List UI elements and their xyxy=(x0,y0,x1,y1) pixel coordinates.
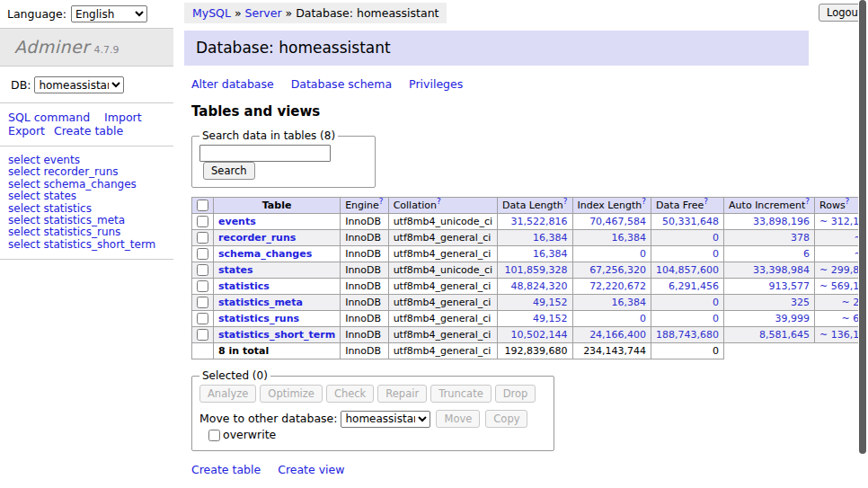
alter-database-link[interactable]: Alter database xyxy=(191,77,274,91)
sidebar-select-link[interactable]: select statistics_meta xyxy=(8,215,173,226)
help-icon[interactable]: ? xyxy=(437,197,441,206)
row-checkbox[interactable] xyxy=(197,297,208,308)
collation-cell: utf8mb4_general_ci xyxy=(388,295,497,311)
database-schema-link[interactable]: Database schema xyxy=(291,77,392,91)
app-version-link[interactable]: 4.7.9 xyxy=(94,44,120,56)
scrollbar[interactable] xyxy=(858,0,868,488)
table-row: statisticsInnoDButf8mb4_general_ci48,824… xyxy=(192,279,868,295)
sidebar-select-link[interactable]: select statistics_short_term xyxy=(8,239,173,251)
db-select[interactable]: homeassistant xyxy=(34,76,124,93)
page-title: Database: homeassistant xyxy=(184,31,809,66)
auto-increment-cell: 378 xyxy=(724,230,815,246)
search-fieldset: Search data in tables (8) Search xyxy=(191,129,376,188)
privileges-link[interactable]: Privileges xyxy=(409,77,463,91)
auto-increment-cell: 33,398,984 xyxy=(724,262,815,279)
auto-increment-cell: 39,999 xyxy=(724,311,815,327)
total-data-free-cell: 0 xyxy=(651,343,724,359)
row-checkbox[interactable] xyxy=(197,248,208,260)
row-checkbox[interactable] xyxy=(197,232,208,244)
sidebar-select-link[interactable]: select recorder_runs xyxy=(8,166,173,178)
bulk-truncate-button[interactable]: Truncate xyxy=(430,385,492,403)
sidebar-select-link[interactable]: select schema_changes xyxy=(8,179,173,191)
select-all-cell xyxy=(192,198,214,214)
index-length-cell: 16,384 xyxy=(572,295,651,311)
table-name-link[interactable]: recorder_runs xyxy=(218,232,296,244)
help-icon[interactable]: ? xyxy=(563,197,568,206)
table-name-cell: schema_changes xyxy=(214,246,341,262)
column-header: Collation? xyxy=(388,198,497,214)
scrollbar-thumb[interactable] xyxy=(859,0,866,454)
row-check-cell xyxy=(192,295,214,311)
column-header-table: Table xyxy=(214,198,341,214)
table-name-cell: recorder_runs xyxy=(214,230,341,246)
bulk-drop-button[interactable]: Drop xyxy=(495,385,536,403)
auto-increment-cell: 6 xyxy=(724,246,815,262)
total-empty-cell xyxy=(192,343,214,359)
row-checkbox[interactable] xyxy=(197,216,208,227)
table-name-cell: statistics xyxy=(214,279,341,295)
overwrite-checkbox[interactable] xyxy=(208,430,220,441)
search-input[interactable] xyxy=(199,145,331,162)
row-checkbox[interactable] xyxy=(197,280,208,292)
sql-command-link[interactable]: SQL command xyxy=(8,111,90,124)
sidebar-select-link[interactable]: select statistics xyxy=(8,203,173,215)
sidebar-select-link[interactable]: select states xyxy=(8,191,173,202)
db-label: DB: xyxy=(11,78,31,92)
index-length-cell: 16,384 xyxy=(572,230,651,246)
row-checkbox[interactable] xyxy=(197,264,208,276)
help-icon[interactable]: ? xyxy=(642,197,646,206)
breadcrumb-item[interactable]: Server xyxy=(245,6,282,20)
bulk-optimize-button[interactable]: Optimize xyxy=(260,385,323,403)
engine-cell: InnoDB xyxy=(341,279,388,295)
help-icon[interactable]: ? xyxy=(704,197,708,206)
data-length-cell: 48,824,320 xyxy=(498,279,572,295)
create-table-link[interactable]: Create table xyxy=(54,124,123,138)
data-length-cell: 49,152 xyxy=(498,295,572,311)
search-button[interactable]: Search xyxy=(203,162,255,180)
sidebar-select-link[interactable]: select events xyxy=(8,155,173,166)
app-logo: Adminer4.7.9 xyxy=(0,28,173,67)
move-db-select[interactable]: homeassistant xyxy=(341,411,430,428)
data-free-cell: 0 xyxy=(651,230,724,246)
bulk-analyze-button[interactable]: Analyze xyxy=(199,385,256,403)
row-check-cell xyxy=(192,246,214,262)
table-name-link[interactable]: schema_changes xyxy=(218,248,312,260)
row-check-cell xyxy=(192,230,214,246)
table-name-link[interactable]: statistics xyxy=(218,280,270,292)
data-free-cell: 104,857,600 xyxy=(651,262,724,279)
sidebar-divider xyxy=(0,259,173,260)
table-name-link[interactable]: events xyxy=(218,216,256,227)
data-free-cell: 0 xyxy=(651,246,724,262)
index-length-cell: 24,166,400 xyxy=(572,327,651,343)
row-check-cell xyxy=(192,262,214,279)
breadcrumb-item[interactable]: MySQL xyxy=(192,6,231,20)
table-row: statistics_metaInnoDButf8mb4_general_ci4… xyxy=(192,295,868,311)
bulk-repair-button[interactable]: Repair xyxy=(377,385,427,403)
language-select[interactable]: English xyxy=(71,5,147,22)
row-checkbox[interactable] xyxy=(197,329,208,341)
create-table-link[interactable]: Create table xyxy=(191,463,261,476)
select-all-checkbox[interactable] xyxy=(197,200,208,211)
move-button[interactable]: Move xyxy=(436,410,480,428)
create-view-link[interactable]: Create view xyxy=(278,463,344,476)
engine-cell: InnoDB xyxy=(341,246,388,262)
sidebar-select-link[interactable]: select statistics_runs xyxy=(8,226,173,238)
data-free-cell: 188,743,680 xyxy=(651,327,724,343)
table-name-link[interactable]: statistics_short_term xyxy=(218,329,335,341)
import-link[interactable]: Import xyxy=(104,111,142,124)
row-checkbox[interactable] xyxy=(197,313,208,324)
table-name-link[interactable]: states xyxy=(218,264,253,276)
bulk-check-button[interactable]: Check xyxy=(326,385,374,403)
help-icon[interactable]: ? xyxy=(846,197,850,206)
move-buttons-slot: MoveCopy xyxy=(430,412,527,425)
copy-button[interactable]: Copy xyxy=(485,410,527,428)
table-name-link[interactable]: statistics_runs xyxy=(218,313,299,324)
table-name-link[interactable]: statistics_meta xyxy=(218,297,303,308)
export-link[interactable]: Export xyxy=(8,124,45,138)
row-check-cell xyxy=(192,311,214,327)
collation-cell: utf8mb4_unicode_ci xyxy=(388,262,497,279)
help-icon[interactable]: ? xyxy=(805,197,810,206)
index-length-cell: 67,256,320 xyxy=(572,262,651,279)
help-icon[interactable]: ? xyxy=(379,197,384,206)
column-header: Data Free? xyxy=(651,198,724,214)
